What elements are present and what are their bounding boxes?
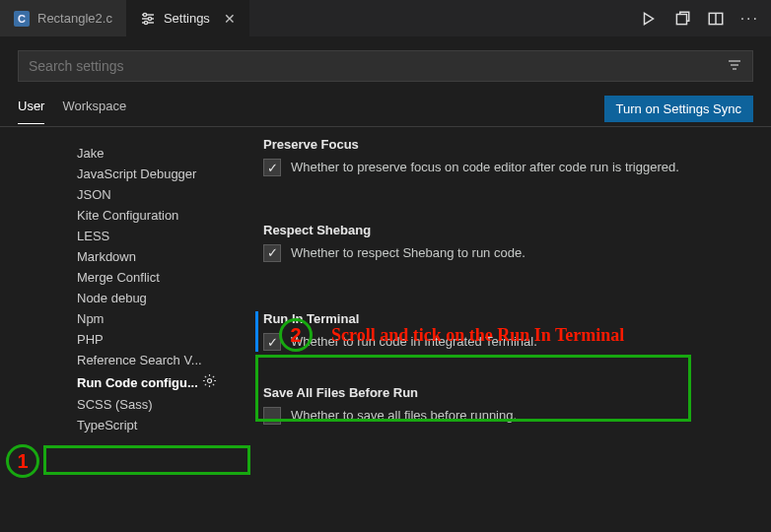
scope-tab-workspace[interactable]: Workspace	[62, 99, 126, 124]
toc-item-label: PHP	[77, 332, 104, 347]
setting-row: Whether to respect Shebang to run code.	[263, 243, 753, 263]
toc-item[interactable]: Markdown	[0, 246, 251, 267]
filter-icon[interactable]	[727, 57, 742, 76]
toc-item-label: JSON	[77, 187, 111, 202]
tab-label: Settings	[164, 11, 210, 26]
annotation-step1-circle: 1	[6, 444, 39, 478]
annotation-step2-circle: 2	[279, 318, 313, 352]
toc-item[interactable]: SCSS (Sass)	[0, 394, 251, 415]
scope-tabs: User Workspace	[18, 99, 126, 124]
close-icon[interactable]: ✕	[224, 11, 236, 27]
more-icon[interactable]: ···	[740, 10, 759, 28]
toc-item-label: Run Code configu...	[77, 375, 198, 390]
toc-item[interactable]: JavaScript Debugger	[0, 164, 251, 184]
scope-tab-user[interactable]: User	[18, 99, 44, 124]
c-file-icon: C	[14, 11, 30, 27]
setting-description: Whether to save all files before running…	[291, 406, 517, 426]
svg-rect-7	[676, 14, 686, 24]
settings-search[interactable]	[18, 50, 753, 82]
setting-block: Respect ShebangWhether to respect Sheban…	[263, 223, 753, 263]
toc-item-label: JavaScript Debugger	[77, 166, 196, 181]
toc-item-label: Reference Search V...	[77, 353, 202, 367]
setting-checkbox[interactable]	[263, 159, 281, 176]
settings-scope-row: User Workspace Turn on Settings Sync	[0, 90, 771, 127]
svg-point-13	[207, 378, 211, 382]
toc-item[interactable]: Jake	[0, 143, 251, 164]
toc-item[interactable]: Run Code configu...	[0, 370, 251, 394]
toc-item-label: SCSS (Sass)	[77, 397, 153, 412]
toc-item[interactable]: LESS	[0, 226, 251, 246]
toc-item-label: Merge Conflict	[77, 270, 160, 285]
sliders-icon	[140, 11, 156, 27]
setting-row: Whether to preserve focus on code editor…	[263, 158, 753, 177]
editor-tabbar: C Rectangle2.c Settings ✕ ···	[0, 0, 771, 36]
setting-title: Preserve Focus	[263, 137, 753, 152]
annotation-step2-text: Scroll and tick on the Run In Terminal	[331, 325, 624, 346]
svg-point-3	[148, 17, 151, 20]
svg-point-1	[143, 13, 146, 16]
toc-item[interactable]: Merge Conflict	[0, 267, 251, 288]
tab-rectangle2-c[interactable]: C Rectangle2.c	[0, 0, 126, 36]
setting-block: Save All Files Before RunWhether to save…	[263, 385, 753, 426]
toc-item-label: Npm	[77, 311, 104, 326]
toc-item-label: LESS	[77, 229, 109, 243]
toc-item[interactable]: Node debug	[0, 288, 251, 308]
toc-item-label: Jake	[77, 146, 104, 161]
search-wrap	[0, 36, 771, 90]
tab-settings[interactable]: Settings ✕	[126, 0, 249, 36]
toc-item-label: Kite Configuration	[77, 208, 178, 223]
toc-item-label: Node debug	[77, 291, 147, 305]
toc-item[interactable]: Kite Configuration	[0, 205, 251, 226]
setting-title: Save All Files Before Run	[263, 385, 753, 400]
svg-point-5	[144, 21, 147, 24]
toc-item-label: Markdown	[77, 249, 136, 264]
toc-item[interactable]: JSON	[0, 184, 251, 205]
annotation-step2-number: 2	[290, 324, 301, 347]
setting-row: Whether to save all files before running…	[263, 406, 753, 426]
gear-icon[interactable]	[202, 373, 217, 391]
toc-item-label: TypeScript	[77, 418, 137, 432]
setting-description: Whether to respect Shebang to run code.	[291, 243, 526, 263]
open-new-icon[interactable]	[673, 10, 691, 28]
toc-item[interactable]: Reference Search V...	[0, 350, 251, 370]
settings-sync-button[interactable]: Turn on Settings Sync	[604, 96, 753, 122]
setting-description: Whether to preserve focus on code editor…	[291, 158, 679, 177]
tab-label: Rectangle2.c	[37, 11, 112, 26]
split-editor-icon[interactable]	[707, 10, 725, 28]
setting-title: Respect Shebang	[263, 223, 753, 237]
search-input[interactable]	[29, 58, 727, 74]
toc-item[interactable]: PHP	[0, 329, 251, 350]
setting-checkbox[interactable]	[263, 407, 281, 425]
setting-block: Preserve FocusWhether to preserve focus …	[263, 137, 753, 177]
toc-item[interactable]: Npm	[0, 308, 251, 329]
setting-checkbox[interactable]	[263, 244, 281, 262]
settings-toc[interactable]: JakeJavaScript DebuggerJSONKite Configur…	[0, 127, 251, 532]
setting-title: Run In Terminal	[263, 311, 753, 326]
annotation-step1-number: 1	[17, 450, 28, 473]
svg-marker-6	[644, 13, 653, 24]
title-actions: ···	[628, 10, 771, 28]
modified-indicator	[255, 311, 258, 352]
run-icon[interactable]	[640, 10, 658, 28]
toc-item[interactable]: TypeScript	[0, 415, 251, 435]
